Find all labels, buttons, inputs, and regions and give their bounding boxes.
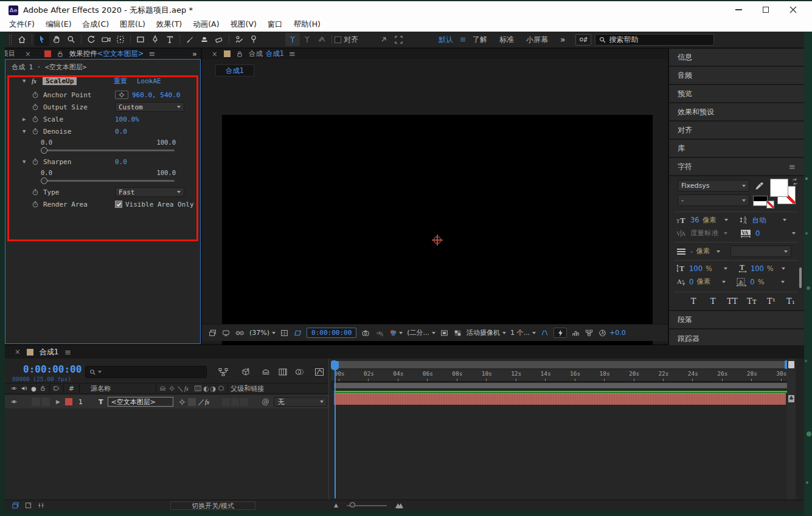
workspace-tab-default[interactable]: 默认 [432, 35, 459, 45]
home-button[interactable] [15, 33, 29, 46]
switch-cell[interactable] [32, 397, 40, 406]
puppet-pin-tool[interactable] [246, 33, 261, 46]
layer-switch-cell[interactable] [222, 398, 230, 406]
brush-tool[interactable] [182, 33, 197, 46]
menu-item[interactable]: 图层(L) [114, 19, 151, 30]
3d-switch-icon[interactable] [217, 385, 225, 392]
rectangle-tool[interactable] [133, 33, 148, 46]
timeline-zoom-handle[interactable] [350, 502, 355, 507]
dock-section[interactable]: 对齐 [669, 122, 804, 140]
zoom-in-mountains-icon[interactable]: ▲▲ [395, 501, 401, 509]
vscale-dropdown-arrow[interactable] [724, 267, 727, 270]
work-area-bar[interactable] [331, 382, 789, 389]
panel-menu-icon[interactable]: ≡ [789, 162, 796, 171]
workspace-overflow[interactable]: » [554, 35, 572, 44]
faux-style-button[interactable]: T [687, 295, 699, 306]
flowchart-icon[interactable] [585, 329, 594, 337]
eraser-tool[interactable] [212, 33, 226, 46]
axis-local-mode[interactable] [285, 33, 300, 46]
dock-section[interactable]: 音频 [669, 67, 804, 85]
timeline-tab[interactable]: 合成1 [40, 347, 59, 357]
pen-tool[interactable] [148, 33, 162, 46]
leading-value[interactable]: 自动 [752, 216, 766, 225]
camera-tool[interactable] [99, 33, 113, 46]
index-column-header[interactable]: # [69, 385, 74, 393]
sharpen-slider[interactable] [42, 180, 175, 182]
workspace-tab[interactable]: 标准 [493, 35, 520, 45]
effect-name[interactable]: ScaleUp [43, 77, 77, 85]
current-time-display[interactable]: 0:00:00:00 [23, 363, 82, 375]
rotate-tool[interactable] [84, 33, 99, 46]
zoom-tool[interactable] [64, 33, 78, 46]
pickwhip-icon[interactable]: @ [262, 397, 269, 406]
anchor-point-marker[interactable] [432, 235, 442, 245]
denoise-value[interactable]: 0.0 [115, 128, 127, 136]
magnification-dropdown[interactable]: (37%) [249, 329, 276, 337]
vscale-value[interactable]: 100 [689, 264, 703, 273]
scrollbar-thumb[interactable] [799, 267, 802, 288]
menu-item[interactable]: 合成(C) [77, 19, 114, 30]
hand-tool[interactable] [49, 33, 64, 46]
ne-arrow-button[interactable] [377, 33, 391, 46]
menu-item[interactable]: 视图(V) [225, 19, 262, 30]
playhead-handle[interactable] [331, 361, 339, 370]
stopwatch-icon[interactable] [31, 200, 40, 208]
composition-canvas[interactable] [222, 115, 653, 357]
hscale-dropdown-arrow[interactable] [782, 267, 785, 270]
tab-close-icon[interactable]: × [15, 348, 21, 356]
panel-menu-icon[interactable]: ≡ [289, 49, 296, 58]
dock-section[interactable]: 库 [669, 140, 804, 158]
motion-blur-button[interactable] [293, 366, 306, 378]
layer-quality-icon[interactable] [178, 398, 186, 406]
fx-switch-icon[interactable]: fx [184, 385, 193, 392]
toggle-switches-modes-button[interactable]: 切换开关/模式 [170, 501, 255, 510]
resolution-dropdown[interactable]: (二分... [407, 328, 435, 337]
workspace-settings-button[interactable] [575, 34, 591, 46]
layer-switch-cell[interactable] [231, 398, 239, 406]
time-ruler[interactable]: 00s02s04s06s08s10s12s14s16s18s20s22s24s2… [331, 370, 789, 382]
menu-item[interactable]: 窗口 [262, 19, 288, 30]
dock-section[interactable]: 效果和预设 [669, 103, 804, 122]
expander-icon[interactable]: ▼ [23, 159, 29, 165]
hscale-value[interactable]: 100 [751, 264, 764, 273]
stopwatch-icon[interactable] [31, 103, 40, 111]
layer-switch-cell[interactable] [240, 398, 248, 406]
grid-extra-dropdown[interactable] [730, 246, 791, 257]
axis-world-mode[interactable] [300, 33, 314, 46]
source-name-column-header[interactable]: 源名称 [91, 384, 111, 393]
label-column-icon[interactable] [52, 385, 61, 392]
effect-header-row[interactable]: ▼ fx ScaleUp 重置 LookAE [5, 75, 200, 87]
draft-3d-button[interactable] [239, 366, 252, 378]
tsume-value[interactable]: 0 [750, 278, 754, 286]
layer-fx-icon[interactable]: fx [204, 398, 213, 405]
fast-previews-button[interactable] [553, 328, 567, 338]
render-area-checkbox[interactable] [115, 201, 122, 208]
kerning-dropdown-arrow[interactable] [724, 232, 727, 235]
align-checkbox[interactable] [335, 36, 341, 43]
faux-style-button[interactable]: T¹ [765, 295, 777, 306]
dock-section-paragraph[interactable]: 段落 [669, 311, 804, 329]
default-colors-button[interactable] [753, 196, 768, 206]
layer-name[interactable]: <空文本图层> [108, 397, 173, 407]
anchor-value[interactable]: 960.0, 540.0 [132, 91, 180, 99]
stopwatch-icon[interactable] [31, 188, 40, 196]
lock-column-icon[interactable] [39, 385, 47, 392]
solo-column-icon[interactable]: ● [31, 385, 36, 392]
channel-dropdown[interactable] [389, 329, 403, 337]
baseline-shift-value[interactable]: 0 [689, 278, 693, 286]
stopwatch-icon[interactable] [31, 91, 40, 99]
zoom-out-mountain-icon[interactable]: ▲ [334, 502, 338, 508]
timeline-navigator[interactable] [331, 361, 789, 368]
help-search-field[interactable]: 搜索帮助 [595, 34, 714, 46]
menu-item[interactable]: 编辑(E) [40, 19, 77, 30]
sharpen-value[interactable]: 0.0 [115, 158, 127, 166]
lock-icon[interactable] [56, 50, 64, 58]
layer-row[interactable]: ▶ 1 T <空文本图层> ／ fx @ 无 [5, 395, 328, 408]
show-snapshot-icon[interactable] [375, 329, 384, 337]
panel-menu-icon[interactable]: ≡ [148, 49, 155, 58]
selection-tool[interactable] [35, 33, 49, 46]
expander-icon[interactable]: ▼ [23, 128, 29, 134]
toolbar-grip[interactable] [9, 34, 12, 45]
expand-layer-switches-icon[interactable] [11, 501, 20, 509]
audio-column-icon[interactable] [20, 385, 28, 392]
